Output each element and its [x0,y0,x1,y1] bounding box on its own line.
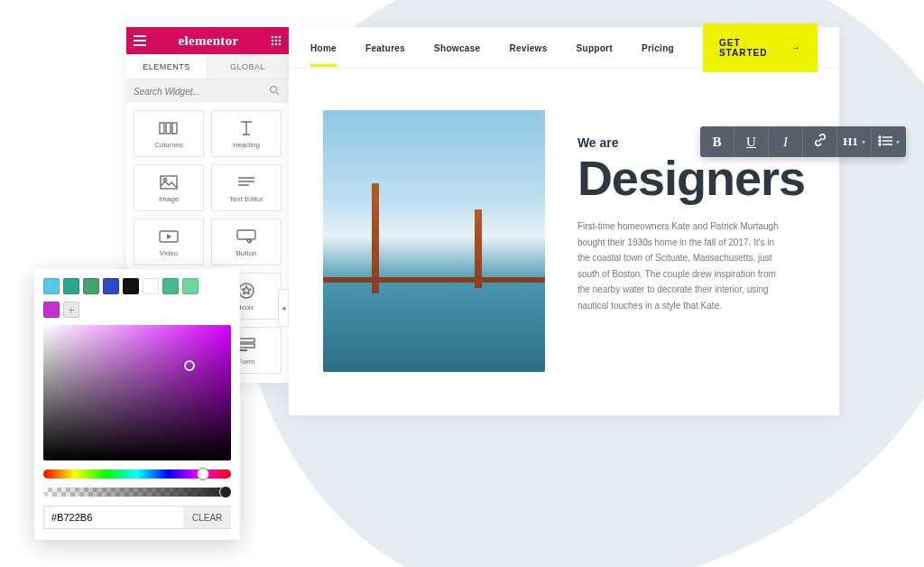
heading-button[interactable]: H1 ▾ [837,126,872,157]
saturation-area[interactable] [43,325,231,460]
widget-video[interactable]: Video [134,218,204,265]
add-swatch-button[interactable]: + [63,302,79,318]
svg-rect-20 [238,344,254,348]
search-icon[interactable] [269,85,282,98]
tab-global[interactable]: GLOBAL [208,54,289,79]
bold-button[interactable]: B [700,126,735,157]
swatch[interactable] [83,278,99,294]
svg-point-5 [279,40,282,42]
star-icon [238,282,254,300]
nav-item-home[interactable]: Home [310,29,337,67]
hero-image[interactable] [323,110,545,372]
site-nav: Home Features Showcase Reviews Support P… [289,27,839,69]
text-editor-icon [237,173,255,191]
widget-columns[interactable]: Columns [134,110,204,157]
swatch[interactable] [123,278,139,294]
swatch[interactable] [63,278,79,294]
svg-point-22 [879,136,881,138]
list-button[interactable]: ▾ [872,126,906,157]
svg-point-8 [279,43,282,46]
italic-button[interactable]: I [769,126,803,157]
tab-elements[interactable]: ELEMENTS [126,54,208,79]
svg-rect-13 [237,230,255,239]
menu-icon[interactable] [134,35,146,46]
alpha-handle[interactable] [219,486,232,498]
hex-row: CLEAR [43,506,231,529]
sidebar-tabs: ELEMENTS GLOBAL [126,54,289,79]
chevron-down-icon: ▾ [896,138,900,146]
apps-icon[interactable] [271,35,282,46]
svg-point-4 [275,40,278,42]
widget-text-editor[interactable]: Text Editor [211,164,282,211]
button-icon [236,228,256,246]
color-picker: + CLEAR [34,269,240,540]
cta-label: GET STARTED [719,38,786,58]
swatch[interactable] [43,278,60,294]
svg-point-6 [272,43,274,46]
clear-button[interactable]: CLEAR [183,507,231,528]
widget-button[interactable]: Button [211,218,282,265]
get-started-button[interactable]: GET STARTED → [703,23,818,72]
svg-point-23 [879,140,881,142]
form-icon [237,336,255,354]
nav-item-pricing[interactable]: Pricing [642,29,674,67]
svg-point-24 [879,144,881,145]
svg-rect-19 [238,339,254,342]
hue-handle[interactable] [197,468,209,480]
alpha-slider[interactable] [43,488,231,497]
nav-item-reviews[interactable]: Reviews [509,29,547,67]
hue-slider[interactable] [43,469,231,479]
arrow-right-icon: → [791,42,801,52]
svg-point-9 [271,87,277,93]
sidebar-header: elementor [126,27,289,54]
swatch[interactable] [43,302,60,318]
swatch[interactable] [143,278,159,294]
page-canvas: ◂ Home Features Showcase Reviews Support… [289,27,839,415]
hero-title[interactable]: Designers [578,153,805,202]
video-icon [159,228,179,246]
svg-point-2 [279,36,282,39]
collapse-sidebar-handle[interactable]: ◂ [278,289,289,327]
svg-point-7 [275,43,278,46]
swatch-presets: + [43,278,231,318]
swatch[interactable] [182,278,199,294]
link-button[interactable] [803,126,837,157]
widget-search [126,79,289,103]
svg-rect-10 [161,176,177,189]
hex-input[interactable] [44,507,183,528]
brand-label: elementor [179,33,239,49]
nav-item-features[interactable]: Features [365,29,405,67]
svg-point-3 [272,40,274,42]
underline-button[interactable]: U [735,126,769,157]
hero-body[interactable]: First-time homeowners Kate and Patrick M… [578,218,785,313]
hero-section: We are Designers First-time homeowners K… [289,69,839,372]
columns-icon [159,119,179,137]
image-icon [160,173,178,191]
heading-icon [238,119,254,137]
link-icon [813,133,827,151]
svg-point-0 [272,36,274,39]
swatch[interactable] [162,278,179,294]
svg-point-1 [275,36,278,39]
widget-heading[interactable]: Heading [211,110,282,157]
text-format-toolbar: B U I H1 ▾ ▾ [700,126,906,157]
widget-image[interactable]: Image [134,164,204,211]
nav-item-support[interactable]: Support [577,29,613,67]
saturation-handle[interactable] [184,360,195,371]
list-icon [878,134,892,150]
nav-item-showcase[interactable]: Showcase [434,29,480,67]
chevron-down-icon: ▾ [862,138,865,146]
search-input[interactable] [134,87,269,97]
swatch[interactable] [103,278,119,294]
